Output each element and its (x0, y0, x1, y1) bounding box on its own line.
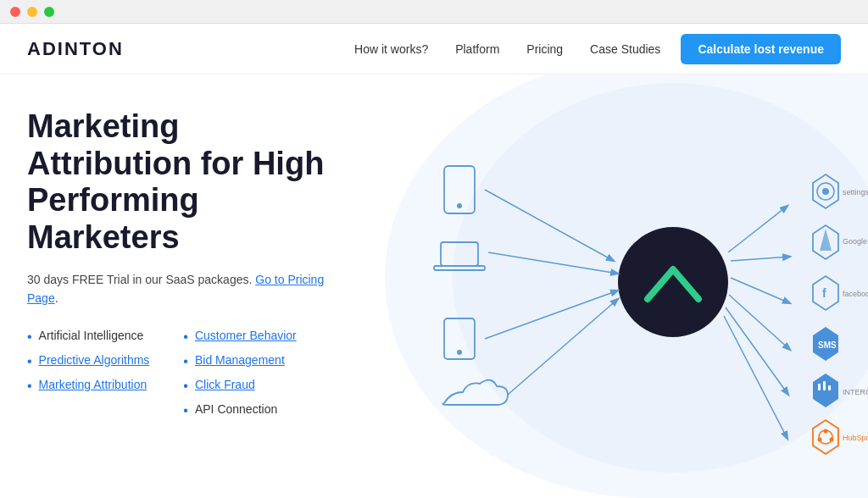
svg-text:SMS: SMS (818, 340, 837, 350)
logo: ADINTON (27, 38, 124, 60)
hero-section: Marketing Attribution for High Performin… (0, 75, 868, 498)
features-list: Artificial Intelligence Predictive Algor… (27, 329, 337, 419)
maximize-button[interactable] (44, 7, 54, 17)
svg-point-3 (457, 203, 462, 208)
feature-attribution-link[interactable]: Marketing Attribution (39, 378, 147, 391)
window-chrome (0, 0, 868, 24)
nav-link-pricing[interactable]: Pricing (526, 42, 563, 56)
svg-marker-31 (813, 420, 838, 454)
feature-bid-management: Bid Management (183, 353, 296, 369)
diagram-svg: f SMS settings Google Ads facebook INTER… (359, 75, 868, 498)
hero-subtitle-prefix: 30 days FREE Trial in our SaaS packages. (27, 273, 255, 286)
hero-title: Marketing Attribution for High Performin… (27, 108, 337, 257)
navbar: ADINTON How it works? Platform Pricing C… (0, 24, 868, 75)
hero-left: Marketing Attribution for High Performin… (0, 75, 364, 498)
close-button[interactable] (10, 7, 20, 17)
hero-subtitle-suffix: . (55, 291, 58, 305)
hero-diagram: f SMS settings Google Ads facebook INTER… (359, 75, 868, 498)
feature-click-fraud-link[interactable]: Click Fraud (195, 378, 255, 391)
svg-text:settings: settings (843, 188, 868, 196)
svg-point-7 (457, 350, 462, 355)
features-right-col: Customer Behavior Bid Management Click F… (183, 329, 296, 419)
nav-link-platform[interactable]: Platform (455, 42, 499, 56)
feature-api-label: API Connection (195, 402, 277, 416)
svg-text:HubSpot: HubSpot (843, 434, 868, 442)
feature-api-connection: API Connection (183, 402, 296, 418)
feature-customer-behavior-link[interactable]: Customer Behavior (195, 329, 297, 342)
svg-text:INTERCOM: INTERCOM (843, 388, 868, 396)
feature-ai-label: Artificial Intelligence (39, 329, 144, 342)
feature-predictive: Predictive Algorithms (27, 353, 149, 369)
feature-ai: Artificial Intelligence (27, 329, 149, 345)
svg-point-20 (822, 188, 829, 195)
svg-point-34 (830, 438, 834, 442)
hero-subtitle: 30 days FREE Trial in our SaaS packages.… (27, 270, 337, 308)
svg-rect-30 (828, 385, 831, 390)
svg-text:Google Ads: Google Ads (843, 237, 868, 246)
svg-point-33 (824, 429, 828, 434)
svg-text:facebook: facebook (843, 290, 868, 298)
feature-bid-management-link[interactable]: Bid Management (195, 353, 285, 367)
features-left-col: Artificial Intelligence Predictive Algor… (27, 329, 149, 419)
svg-point-1 (618, 227, 728, 337)
nav-link-case-studies[interactable]: Case Studies (590, 42, 660, 56)
feature-click-fraud: Click Fraud (183, 378, 296, 394)
calculate-revenue-button[interactable]: Calculate lost revenue (681, 34, 841, 64)
svg-text:f: f (822, 286, 826, 300)
minimize-button[interactable] (27, 7, 37, 17)
feature-predictive-link[interactable]: Predictive Algorithms (39, 353, 150, 367)
svg-rect-28 (818, 384, 821, 390)
feature-customer-behavior: Customer Behavior (183, 329, 296, 345)
feature-attribution: Marketing Attribution (27, 378, 149, 394)
svg-point-35 (818, 438, 822, 442)
nav-link-how-it-works[interactable]: How it works? (354, 42, 428, 56)
svg-rect-29 (823, 381, 826, 390)
nav-links: How it works? Platform Pricing Case Stud… (354, 42, 660, 56)
